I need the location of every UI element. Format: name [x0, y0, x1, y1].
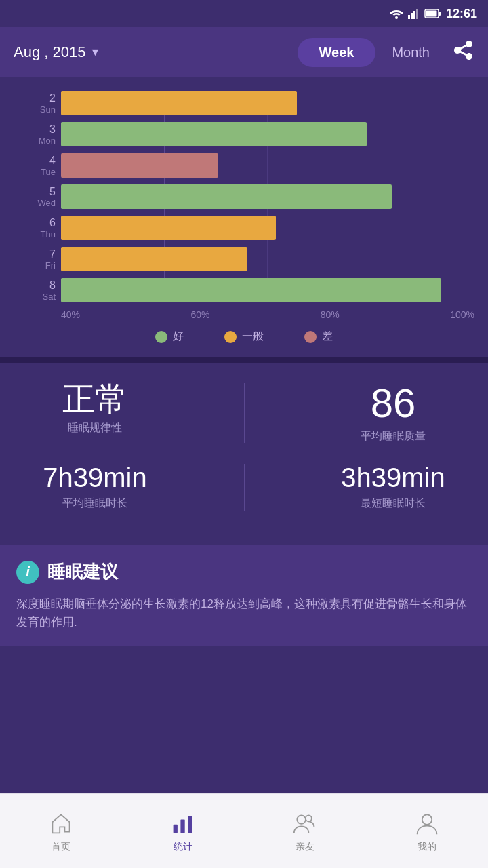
- bar-row: 5Wed: [61, 184, 474, 209]
- svg-point-17: [422, 814, 432, 824]
- signal-icon: [408, 8, 420, 19]
- chart-legend: 好 一般 差: [14, 330, 474, 344]
- chart-container: 2Sun 3Mon 4Tue 5Wed 6Thu 7Fri: [14, 91, 474, 320]
- advice-title-row: i 睡眠建议: [16, 560, 472, 584]
- friends-icon: [291, 810, 319, 837]
- svg-point-0: [395, 16, 398, 19]
- dropdown-arrow-icon: ▼: [89, 46, 100, 58]
- bar-fill: [61, 247, 247, 271]
- stat-label-avg-duration: 平均睡眠时长: [27, 496, 163, 511]
- stat-label-quality: 平均睡眠质量: [325, 429, 461, 443]
- home-icon: [47, 810, 75, 837]
- svg-rect-13: [180, 819, 184, 833]
- legend-normal: 一般: [224, 330, 264, 344]
- nav-label-home: 首页: [52, 841, 70, 853]
- svg-rect-14: [188, 816, 192, 833]
- bar-fill: [61, 153, 218, 178]
- nav-item-stats[interactable]: 统计: [122, 810, 244, 853]
- stat-min-duration: 3h39min 最短睡眠时长: [325, 464, 461, 511]
- stat-avg-duration: 7h39min 平均睡眠时长: [27, 464, 163, 511]
- stat-regularity: 正常 睡眠规律性: [27, 383, 163, 443]
- stats-row-2: 7h39min 平均睡眠时长 3h39min 最短睡眠时长: [27, 464, 461, 511]
- svg-rect-2: [411, 13, 413, 19]
- legend-bad: 差: [304, 330, 333, 344]
- svg-point-15: [297, 815, 306, 824]
- nav-item-home[interactable]: 首页: [0, 810, 122, 853]
- legend-dot-pink: [304, 331, 317, 343]
- stat-divider-v-2: [244, 464, 245, 511]
- wifi-icon: [389, 8, 404, 19]
- status-bar: 12:61: [0, 0, 488, 27]
- legend-dot-green: [155, 331, 167, 343]
- nav-item-profile[interactable]: 我的: [366, 810, 488, 853]
- legend-good: 好: [155, 330, 184, 344]
- stat-value-quality: 86: [325, 383, 461, 424]
- tab-month[interactable]: Month: [375, 38, 446, 67]
- stat-value-regularity: 正常: [27, 383, 163, 416]
- advice-text: 深度睡眠期脑垂体分泌的生长激素的12释放达到高峰，这种激素具有促进骨骼生长和身体…: [16, 595, 472, 631]
- person-icon: [413, 810, 441, 837]
- svg-rect-6: [439, 12, 441, 16]
- svg-rect-7: [426, 11, 436, 17]
- stats-icon: [169, 810, 197, 837]
- legend-dot-orange: [224, 331, 237, 343]
- bottom-nav: 首页 统计 亲友: [0, 793, 488, 868]
- svg-rect-3: [413, 11, 415, 19]
- bar-fill: [61, 184, 392, 209]
- info-icon: i: [16, 561, 39, 584]
- nav-label-stats: 统计: [174, 841, 192, 853]
- tab-week[interactable]: Week: [298, 38, 376, 67]
- stat-quality: 86 平均睡眠质量: [325, 383, 461, 443]
- nav-label-friends: 亲友: [296, 841, 314, 853]
- nav-label-profile: 我的: [418, 841, 436, 853]
- stat-label-regularity: 睡眠规律性: [27, 421, 163, 435]
- date-label: Aug , 2015: [14, 43, 85, 61]
- stat-value-min-duration: 3h39min: [325, 464, 461, 491]
- x-label: 100%: [450, 309, 474, 320]
- bar-fill: [61, 91, 297, 115]
- bar-row: 3Mon: [61, 122, 474, 146]
- share-button[interactable]: [453, 39, 474, 66]
- bar-row: 8Sat: [61, 278, 474, 302]
- bar-row: 4Tue: [61, 153, 474, 178]
- legend-label-good: 好: [173, 330, 184, 344]
- advice-area: i 睡眠建议 深度睡眠期脑垂体分泌的生长激素的12释放达到高峰，这种激素具有促进…: [0, 545, 488, 646]
- day-name: Sun: [14, 104, 56, 115]
- stat-value-avg-duration: 7h39min: [27, 464, 163, 491]
- nav-item-friends[interactable]: 亲友: [244, 810, 366, 853]
- header: Aug , 2015 ▼ Week Month: [0, 27, 488, 77]
- date-selector[interactable]: Aug , 2015 ▼: [14, 43, 298, 61]
- battery-icon: [424, 8, 442, 19]
- tab-group: Week Month: [298, 38, 446, 67]
- status-time: 12:61: [446, 7, 477, 21]
- x-label: 40%: [61, 309, 80, 320]
- svg-point-16: [306, 815, 312, 821]
- legend-label-bad: 差: [322, 330, 333, 344]
- stats-area: 正常 睡眠规律性 86 平均睡眠质量 7h39min 平均睡眠时长 3h39mi…: [0, 363, 488, 545]
- x-axis: 40% 60% 80% 100%: [61, 309, 474, 320]
- svg-rect-1: [408, 15, 410, 19]
- bar-row: 7Fri: [61, 247, 474, 271]
- x-label: 80%: [321, 309, 340, 320]
- bar-row: 2Sun: [61, 91, 474, 115]
- bar-fill: [61, 122, 367, 146]
- status-icons: 12:61: [389, 7, 477, 21]
- bar-fill: [61, 278, 441, 302]
- legend-label-normal: 一般: [242, 330, 264, 344]
- stat-divider-v: [244, 383, 245, 443]
- svg-rect-12: [174, 824, 178, 833]
- section-divider: [0, 357, 488, 363]
- x-label: 60%: [190, 309, 209, 320]
- stat-label-min-duration: 最短睡眠时长: [325, 496, 461, 511]
- stats-row-1: 正常 睡眠规律性 86 平均睡眠质量: [27, 383, 461, 443]
- bar-fill: [61, 216, 276, 240]
- bar-row: 6Thu: [61, 216, 474, 240]
- advice-title: 睡眠建议: [47, 560, 118, 584]
- chart-area: 2Sun 3Mon 4Tue 5Wed 6Thu 7Fri: [0, 77, 488, 357]
- svg-rect-4: [416, 9, 418, 19]
- day-num: 2: [14, 92, 56, 104]
